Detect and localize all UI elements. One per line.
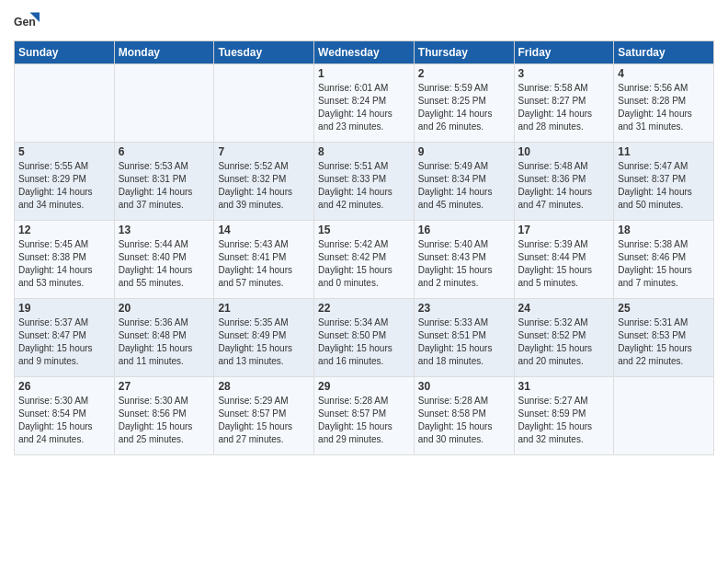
day-cell: 29Sunrise: 5:28 AM Sunset: 8:57 PM Dayli…	[314, 377, 415, 455]
day-cell	[15, 64, 115, 143]
week-row-5: 26Sunrise: 5:30 AM Sunset: 8:54 PM Dayli…	[15, 377, 714, 455]
day-cell: 11Sunrise: 5:47 AM Sunset: 8:37 PM Dayli…	[614, 143, 714, 221]
day-cell: 30Sunrise: 5:28 AM Sunset: 8:58 PM Dayli…	[414, 377, 514, 455]
day-number: 12	[18, 224, 110, 236]
days-header-row: SundayMondayTuesdayWednesdayThursdayFrid…	[15, 41, 714, 64]
day-number: 10	[518, 145, 610, 158]
day-info: Sunrise: 5:29 AM Sunset: 8:57 PM Dayligh…	[218, 395, 310, 446]
day-cell	[114, 64, 214, 143]
day-number: 16	[418, 224, 510, 236]
day-cell: 3Sunrise: 5:58 AM Sunset: 8:27 PM Daylig…	[514, 64, 614, 143]
day-info: Sunrise: 5:36 AM Sunset: 8:48 PM Dayligh…	[119, 316, 210, 368]
day-number: 27	[119, 380, 210, 393]
day-info: Sunrise: 5:40 AM Sunset: 8:43 PM Dayligh…	[418, 238, 510, 290]
day-info: Sunrise: 5:43 AM Sunset: 8:41 PM Dayligh…	[218, 238, 310, 290]
day-cell: 4Sunrise: 5:56 AM Sunset: 8:28 PM Daylig…	[614, 64, 714, 143]
day-cell: 15Sunrise: 5:42 AM Sunset: 8:42 PM Dayli…	[314, 221, 415, 299]
day-cell: 17Sunrise: 5:39 AM Sunset: 8:44 PM Dayli…	[514, 221, 614, 299]
day-info: Sunrise: 5:45 AM Sunset: 8:38 PM Dayligh…	[18, 238, 110, 290]
day-cell	[614, 377, 714, 455]
day-header-monday: Monday	[114, 41, 214, 64]
week-row-3: 12Sunrise: 5:45 AM Sunset: 8:38 PM Dayli…	[15, 221, 714, 299]
day-header-tuesday: Tuesday	[214, 41, 314, 64]
week-row-4: 19Sunrise: 5:37 AM Sunset: 8:47 PM Dayli…	[15, 299, 714, 377]
day-number: 13	[119, 224, 210, 236]
day-number: 20	[119, 302, 210, 315]
day-number: 7	[218, 145, 310, 158]
day-header-thursday: Thursday	[414, 41, 514, 64]
day-cell: 12Sunrise: 5:45 AM Sunset: 8:38 PM Dayli…	[15, 221, 115, 299]
day-info: Sunrise: 5:35 AM Sunset: 8:49 PM Dayligh…	[218, 316, 310, 368]
day-number: 4	[618, 67, 710, 80]
day-info: Sunrise: 5:55 AM Sunset: 8:29 PM Dayligh…	[18, 160, 110, 212]
day-cell: 8Sunrise: 5:51 AM Sunset: 8:33 PM Daylig…	[314, 143, 415, 221]
day-number: 8	[318, 145, 410, 158]
day-cell: 1Sunrise: 6:01 AM Sunset: 8:24 PM Daylig…	[314, 64, 415, 143]
day-cell: 25Sunrise: 5:31 AM Sunset: 8:53 PM Dayli…	[614, 299, 714, 377]
day-cell: 24Sunrise: 5:32 AM Sunset: 8:52 PM Dayli…	[514, 299, 614, 377]
day-info: Sunrise: 5:59 AM Sunset: 8:25 PM Dayligh…	[418, 82, 510, 133]
day-info: Sunrise: 5:53 AM Sunset: 8:31 PM Dayligh…	[119, 160, 210, 212]
day-info: Sunrise: 5:51 AM Sunset: 8:33 PM Dayligh…	[318, 160, 410, 212]
day-cell: 31Sunrise: 5:27 AM Sunset: 8:59 PM Dayli…	[514, 377, 614, 455]
week-row-2: 5Sunrise: 5:55 AM Sunset: 8:29 PM Daylig…	[15, 143, 714, 221]
day-info: Sunrise: 5:33 AM Sunset: 8:51 PM Dayligh…	[418, 316, 510, 368]
day-info: Sunrise: 5:27 AM Sunset: 8:59 PM Dayligh…	[518, 395, 610, 446]
day-cell: 27Sunrise: 5:30 AM Sunset: 8:56 PM Dayli…	[114, 377, 214, 455]
day-number: 1	[318, 67, 410, 80]
day-cell: 7Sunrise: 5:52 AM Sunset: 8:32 PM Daylig…	[214, 143, 314, 221]
day-number: 14	[218, 224, 310, 236]
day-cell: 23Sunrise: 5:33 AM Sunset: 8:51 PM Dayli…	[414, 299, 514, 377]
day-number: 26	[18, 380, 110, 393]
day-cell: 13Sunrise: 5:44 AM Sunset: 8:40 PM Dayli…	[114, 221, 214, 299]
day-number: 25	[618, 302, 710, 315]
day-info: Sunrise: 5:39 AM Sunset: 8:44 PM Dayligh…	[518, 238, 610, 290]
day-cell: 2Sunrise: 5:59 AM Sunset: 8:25 PM Daylig…	[414, 64, 514, 143]
logo: Gen	[14, 9, 43, 35]
day-cell	[214, 64, 314, 143]
day-info: Sunrise: 5:28 AM Sunset: 8:57 PM Dayligh…	[318, 395, 410, 446]
day-number: 28	[218, 380, 310, 393]
calendar-table: SundayMondayTuesdayWednesdayThursdayFrid…	[14, 40, 714, 455]
day-info: Sunrise: 5:34 AM Sunset: 8:50 PM Dayligh…	[318, 316, 410, 368]
day-cell: 9Sunrise: 5:49 AM Sunset: 8:34 PM Daylig…	[414, 143, 514, 221]
day-number: 22	[318, 302, 410, 315]
day-info: Sunrise: 5:32 AM Sunset: 8:52 PM Dayligh…	[518, 316, 610, 368]
day-number: 23	[418, 302, 510, 315]
day-cell: 20Sunrise: 5:36 AM Sunset: 8:48 PM Dayli…	[114, 299, 214, 377]
day-number: 29	[318, 380, 410, 393]
logo-icon: Gen	[14, 9, 40, 35]
day-cell: 14Sunrise: 5:43 AM Sunset: 8:41 PM Dayli…	[214, 221, 314, 299]
day-info: Sunrise: 5:30 AM Sunset: 8:56 PM Dayligh…	[119, 395, 210, 446]
day-number: 30	[418, 380, 510, 393]
day-info: Sunrise: 5:28 AM Sunset: 8:58 PM Dayligh…	[418, 395, 510, 446]
day-number: 24	[518, 302, 610, 315]
day-cell: 6Sunrise: 5:53 AM Sunset: 8:31 PM Daylig…	[114, 143, 214, 221]
day-header-friday: Friday	[514, 41, 614, 64]
day-number: 19	[18, 302, 110, 315]
day-number: 21	[218, 302, 310, 315]
day-info: Sunrise: 5:52 AM Sunset: 8:32 PM Dayligh…	[218, 160, 310, 212]
day-number: 5	[18, 145, 110, 158]
day-cell: 10Sunrise: 5:48 AM Sunset: 8:36 PM Dayli…	[514, 143, 614, 221]
day-info: Sunrise: 5:42 AM Sunset: 8:42 PM Dayligh…	[318, 238, 410, 290]
day-cell: 28Sunrise: 5:29 AM Sunset: 8:57 PM Dayli…	[214, 377, 314, 455]
header: Gen	[14, 9, 714, 35]
day-number: 17	[518, 224, 610, 236]
day-number: 15	[318, 224, 410, 236]
day-info: Sunrise: 5:44 AM Sunset: 8:40 PM Dayligh…	[119, 238, 210, 290]
day-number: 2	[418, 67, 510, 80]
svg-text:Gen: Gen	[14, 16, 36, 29]
day-cell: 21Sunrise: 5:35 AM Sunset: 8:49 PM Dayli…	[214, 299, 314, 377]
day-info: Sunrise: 6:01 AM Sunset: 8:24 PM Dayligh…	[318, 82, 410, 133]
day-info: Sunrise: 5:37 AM Sunset: 8:47 PM Dayligh…	[18, 316, 110, 368]
day-number: 6	[119, 145, 210, 158]
day-number: 9	[418, 145, 510, 158]
day-number: 3	[518, 67, 610, 80]
day-info: Sunrise: 5:47 AM Sunset: 8:37 PM Dayligh…	[618, 160, 710, 212]
day-cell: 19Sunrise: 5:37 AM Sunset: 8:47 PM Dayli…	[15, 299, 115, 377]
day-info: Sunrise: 5:49 AM Sunset: 8:34 PM Dayligh…	[418, 160, 510, 212]
day-info: Sunrise: 5:38 AM Sunset: 8:46 PM Dayligh…	[618, 238, 710, 290]
day-info: Sunrise: 5:48 AM Sunset: 8:36 PM Dayligh…	[518, 160, 610, 212]
day-info: Sunrise: 5:56 AM Sunset: 8:28 PM Dayligh…	[618, 82, 710, 133]
